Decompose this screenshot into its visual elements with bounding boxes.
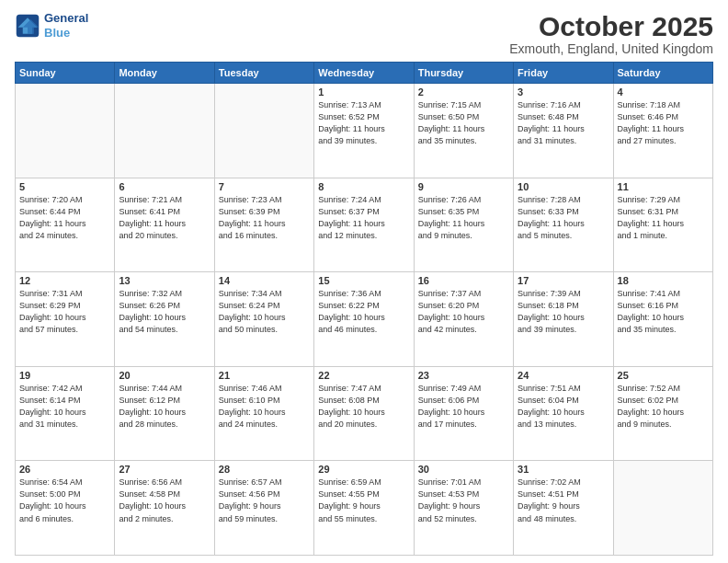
day-number: 17 xyxy=(518,275,609,286)
day-number: 1 xyxy=(318,86,409,98)
day-number: 12 xyxy=(19,275,110,286)
day-number: 13 xyxy=(119,275,210,286)
calendar-cell: 5Sunrise: 7:20 AM Sunset: 6:44 PM Daylig… xyxy=(16,178,115,272)
month-title: October 2025 xyxy=(509,11,713,41)
day-number: 3 xyxy=(518,86,609,98)
calendar-cell: 15Sunrise: 7:36 AM Sunset: 6:22 PM Dayli… xyxy=(314,272,414,367)
day-number: 27 xyxy=(119,464,210,475)
day-info: Sunrise: 7:23 AM Sunset: 6:39 PM Dayligh… xyxy=(219,194,310,242)
day-info: Sunrise: 7:41 AM Sunset: 6:16 PM Dayligh… xyxy=(618,288,709,336)
calendar-cell: 3Sunrise: 7:16 AM Sunset: 6:48 PM Daylig… xyxy=(514,84,613,178)
day-info: Sunrise: 7:39 AM Sunset: 6:18 PM Dayligh… xyxy=(518,288,609,336)
calendar-cell: 12Sunrise: 7:31 AM Sunset: 6:29 PM Dayli… xyxy=(16,272,115,367)
calendar-cell: 30Sunrise: 7:01 AM Sunset: 4:53 PM Dayli… xyxy=(414,461,513,556)
calendar-cell: 24Sunrise: 7:51 AM Sunset: 6:04 PM Dayli… xyxy=(514,366,613,461)
logo: General Blue xyxy=(15,11,88,40)
calendar-cell: 19Sunrise: 7:42 AM Sunset: 6:14 PM Dayli… xyxy=(16,366,115,461)
day-number: 19 xyxy=(19,370,110,381)
day-number: 18 xyxy=(618,275,709,286)
calendar-cell xyxy=(115,84,214,178)
week-row-5: 26Sunrise: 6:54 AM Sunset: 5:00 PM Dayli… xyxy=(16,461,713,556)
day-info: Sunrise: 7:29 AM Sunset: 6:31 PM Dayligh… xyxy=(618,194,709,242)
calendar-cell: 4Sunrise: 7:18 AM Sunset: 6:46 PM Daylig… xyxy=(613,84,712,178)
day-number: 16 xyxy=(418,275,509,286)
day-number: 28 xyxy=(219,464,310,475)
day-info: Sunrise: 7:21 AM Sunset: 6:41 PM Dayligh… xyxy=(119,194,210,242)
calendar-cell: 1Sunrise: 7:13 AM Sunset: 6:52 PM Daylig… xyxy=(314,84,414,178)
day-info: Sunrise: 7:18 AM Sunset: 6:46 PM Dayligh… xyxy=(618,99,709,147)
day-number: 21 xyxy=(219,370,310,381)
day-info: Sunrise: 7:49 AM Sunset: 6:06 PM Dayligh… xyxy=(418,383,509,431)
calendar-cell xyxy=(214,84,313,178)
calendar-cell: 26Sunrise: 6:54 AM Sunset: 5:00 PM Dayli… xyxy=(16,461,115,556)
day-info: Sunrise: 7:42 AM Sunset: 6:14 PM Dayligh… xyxy=(19,383,110,431)
day-info: Sunrise: 7:26 AM Sunset: 6:35 PM Dayligh… xyxy=(418,194,509,242)
day-info: Sunrise: 7:52 AM Sunset: 6:02 PM Dayligh… xyxy=(618,383,709,431)
calendar-cell: 16Sunrise: 7:37 AM Sunset: 6:20 PM Dayli… xyxy=(414,272,513,367)
calendar-cell: 29Sunrise: 6:59 AM Sunset: 4:55 PM Dayli… xyxy=(314,461,414,556)
calendar-cell: 7Sunrise: 7:23 AM Sunset: 6:39 PM Daylig… xyxy=(214,178,313,272)
day-info: Sunrise: 7:01 AM Sunset: 4:53 PM Dayligh… xyxy=(418,477,509,524)
logo-text: General Blue xyxy=(44,11,88,40)
calendar-cell xyxy=(613,461,712,556)
day-info: Sunrise: 7:13 AM Sunset: 6:52 PM Dayligh… xyxy=(318,99,409,147)
day-number: 15 xyxy=(318,275,409,286)
weekday-header-friday: Friday xyxy=(514,63,613,84)
calendar-cell: 9Sunrise: 7:26 AM Sunset: 6:35 PM Daylig… xyxy=(414,178,513,272)
location-title: Exmouth, England, United Kingdom xyxy=(509,41,713,56)
day-number: 31 xyxy=(518,464,609,475)
day-number: 29 xyxy=(318,464,409,475)
week-row-1: 1Sunrise: 7:13 AM Sunset: 6:52 PM Daylig… xyxy=(16,84,713,178)
calendar-cell: 23Sunrise: 7:49 AM Sunset: 6:06 PM Dayli… xyxy=(414,366,513,461)
calendar-table: SundayMondayTuesdayWednesdayThursdayFrid… xyxy=(15,62,713,556)
calendar-cell: 14Sunrise: 7:34 AM Sunset: 6:24 PM Dayli… xyxy=(214,272,313,367)
calendar-cell: 13Sunrise: 7:32 AM Sunset: 6:26 PM Dayli… xyxy=(115,272,214,367)
page: General Blue October 2025 Exmouth, Engla… xyxy=(0,0,728,563)
day-number: 11 xyxy=(618,181,709,192)
title-block: October 2025 Exmouth, England, United Ki… xyxy=(509,11,713,56)
weekday-header-thursday: Thursday xyxy=(414,63,513,84)
day-info: Sunrise: 7:36 AM Sunset: 6:22 PM Dayligh… xyxy=(318,288,409,336)
day-number: 23 xyxy=(418,370,509,381)
week-row-3: 12Sunrise: 7:31 AM Sunset: 6:29 PM Dayli… xyxy=(16,272,713,367)
calendar-cell xyxy=(16,84,115,178)
calendar-cell: 8Sunrise: 7:24 AM Sunset: 6:37 PM Daylig… xyxy=(314,178,414,272)
day-number: 2 xyxy=(418,86,509,98)
calendar-cell: 25Sunrise: 7:52 AM Sunset: 6:02 PM Dayli… xyxy=(613,366,712,461)
day-info: Sunrise: 7:16 AM Sunset: 6:48 PM Dayligh… xyxy=(518,99,609,147)
weekday-header-tuesday: Tuesday xyxy=(214,63,313,84)
day-info: Sunrise: 7:37 AM Sunset: 6:20 PM Dayligh… xyxy=(418,288,509,336)
day-info: Sunrise: 7:24 AM Sunset: 6:37 PM Dayligh… xyxy=(318,194,409,242)
day-number: 4 xyxy=(618,86,709,98)
logo-icon xyxy=(15,13,40,39)
day-info: Sunrise: 6:57 AM Sunset: 4:56 PM Dayligh… xyxy=(219,477,310,524)
day-number: 14 xyxy=(219,275,310,286)
day-number: 25 xyxy=(618,370,709,381)
calendar-cell: 28Sunrise: 6:57 AM Sunset: 4:56 PM Dayli… xyxy=(214,461,313,556)
day-info: Sunrise: 7:28 AM Sunset: 6:33 PM Dayligh… xyxy=(518,194,609,242)
day-info: Sunrise: 6:56 AM Sunset: 4:58 PM Dayligh… xyxy=(119,477,210,524)
day-number: 10 xyxy=(518,181,609,192)
calendar-cell: 10Sunrise: 7:28 AM Sunset: 6:33 PM Dayli… xyxy=(514,178,613,272)
day-number: 6 xyxy=(119,181,210,192)
weekday-header-sunday: Sunday xyxy=(16,63,115,84)
calendar-cell: 31Sunrise: 7:02 AM Sunset: 4:51 PM Dayli… xyxy=(514,461,613,556)
day-info: Sunrise: 7:46 AM Sunset: 6:10 PM Dayligh… xyxy=(219,383,310,431)
weekday-header-row: SundayMondayTuesdayWednesdayThursdayFrid… xyxy=(16,63,713,84)
weekday-header-monday: Monday xyxy=(115,63,214,84)
calendar-cell: 22Sunrise: 7:47 AM Sunset: 6:08 PM Dayli… xyxy=(314,366,414,461)
day-number: 8 xyxy=(318,181,409,192)
day-info: Sunrise: 7:34 AM Sunset: 6:24 PM Dayligh… xyxy=(219,288,310,336)
day-number: 22 xyxy=(318,370,409,381)
day-info: Sunrise: 6:59 AM Sunset: 4:55 PM Dayligh… xyxy=(318,477,409,524)
day-info: Sunrise: 7:15 AM Sunset: 6:50 PM Dayligh… xyxy=(418,99,509,147)
day-number: 26 xyxy=(19,464,110,475)
day-number: 9 xyxy=(418,181,509,192)
day-info: Sunrise: 7:31 AM Sunset: 6:29 PM Dayligh… xyxy=(19,288,110,336)
header: General Blue October 2025 Exmouth, Engla… xyxy=(15,11,713,56)
weekday-header-wednesday: Wednesday xyxy=(314,63,414,84)
day-info: Sunrise: 7:44 AM Sunset: 6:12 PM Dayligh… xyxy=(119,383,210,431)
day-number: 24 xyxy=(518,370,609,381)
weekday-header-saturday: Saturday xyxy=(613,63,712,84)
day-info: Sunrise: 7:20 AM Sunset: 6:44 PM Dayligh… xyxy=(19,194,110,242)
